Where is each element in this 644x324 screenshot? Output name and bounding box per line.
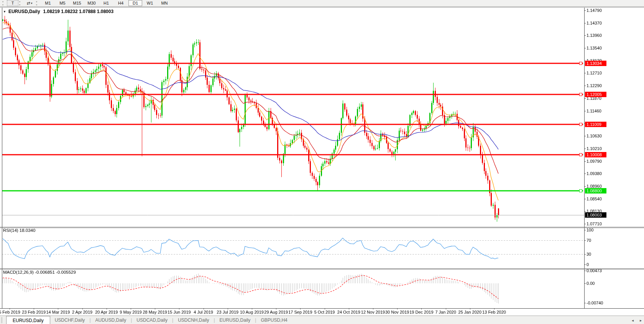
date-axis-label: 13 Feb 2020 bbox=[479, 310, 509, 314]
chevron-down-icon: ▾ bbox=[31, 2, 33, 5]
toolbar-grip bbox=[2, 1, 5, 5]
rsi-axis-tick: 0 bbox=[586, 262, 589, 267]
price-line-label-1.12005[interactable]: 1.12005 bbox=[585, 92, 606, 97]
price-axis-tick: 1.10210 bbox=[586, 146, 602, 151]
macd-axis-tick: -0.00740 bbox=[586, 301, 603, 305]
tab-scroll-left-icon[interactable]: ◂ bbox=[632, 318, 634, 322]
price-chart-canvas[interactable] bbox=[0, 7, 644, 316]
price-axis-tick: 1.12290 bbox=[586, 83, 602, 88]
price-axis-tick: 1.13960 bbox=[586, 33, 602, 38]
chart-title: ▼EURUSD,Daily1.08219 1.08232 1.07888 1.0… bbox=[3, 9, 113, 14]
timeframe-button-M1[interactable]: M1 bbox=[41, 0, 55, 6]
tab-audusd-daily-2[interactable]: AUDUSD,Daily bbox=[91, 316, 131, 324]
tab-usdchf-daily-1[interactable]: USDCHF,Daily bbox=[50, 316, 90, 324]
rsi-axis-tick: 70 bbox=[586, 238, 591, 243]
tabbar-grip bbox=[1, 317, 4, 323]
collapse-chart-icon[interactable]: ▼ bbox=[3, 10, 6, 13]
price-line-label-1.10008[interactable]: 1.10008 bbox=[585, 152, 606, 157]
timeframe-button-H1[interactable]: H1 bbox=[99, 0, 113, 6]
price-axis-tick: 1.09380 bbox=[586, 171, 602, 176]
price-axis-tick: 1.08540 bbox=[586, 197, 602, 201]
price-axis-tick: 1.08960 bbox=[586, 184, 602, 188]
tab-usdcad-daily-3[interactable]: USDCAD,Daily bbox=[132, 316, 172, 324]
rsi-axis-tick: 30 bbox=[586, 252, 591, 256]
rsi-axis-tick: 100 bbox=[586, 228, 593, 232]
tab-scroll-right-icon[interactable]: ▸ bbox=[640, 318, 642, 322]
tab-eurusd-daily-5[interactable]: EURUSD,Daily bbox=[215, 316, 255, 324]
price-axis-tick: 1.11460 bbox=[586, 109, 601, 113]
chart-window: ▼EURUSD,Daily1.08219 1.08232 1.07888 1.0… bbox=[0, 7, 644, 316]
tab-scroll-arrows: ◂ ▸ bbox=[632, 316, 642, 324]
timeframe-button-D1[interactable]: D1 bbox=[128, 0, 142, 6]
timeframe-button-H4[interactable]: H4 bbox=[114, 0, 128, 6]
toolbar-grip bbox=[36, 1, 39, 5]
timeframe-button-W1[interactable]: W1 bbox=[143, 0, 157, 6]
tab-gbpusd-h4-6[interactable]: GBPUSD,H4 bbox=[256, 316, 292, 324]
toolbar-grip bbox=[19, 1, 22, 5]
price-axis-tick: 1.09790 bbox=[586, 159, 602, 164]
tab-list: EURUSD,DailyUSDCHF,Daily|AUDUSD,Daily|US… bbox=[6, 316, 292, 324]
timeframe-button-M15[interactable]: M15 bbox=[70, 0, 84, 6]
timeframe-button-M30[interactable]: M30 bbox=[85, 0, 99, 6]
tab-eurusd-daily-0[interactable]: EURUSD,Daily bbox=[6, 316, 50, 324]
macd-axis-tick: 0.00473 bbox=[586, 268, 602, 273]
trading-app: T ⇄ ▾ M1M5M15M30H1H4D1W1MN ▼EURUSD,Daily… bbox=[0, 0, 644, 324]
macd-axis-tick: 0.00 bbox=[586, 281, 595, 286]
chart-tab-bar: EURUSD,DailyUSDCHF,Daily|AUDUSD,Daily|US… bbox=[0, 316, 644, 324]
toolbar: T ⇄ ▾ M1M5M15M30H1H4D1W1MN bbox=[0, 0, 644, 7]
text-tool-button[interactable]: T bbox=[7, 0, 18, 6]
price-axis-tick: 1.13540 bbox=[586, 46, 602, 50]
price-axis-tick: 1.14790 bbox=[586, 8, 602, 13]
chart-symbol-label: EURUSD,Daily bbox=[8, 9, 40, 14]
swap-arrows-icon: ⇄ bbox=[26, 1, 30, 6]
timeframe-button-MN[interactable]: MN bbox=[158, 0, 171, 6]
price-axis-tick: 1.10630 bbox=[586, 134, 602, 138]
price-line-label-1.13034[interactable]: 1.13034 bbox=[585, 61, 606, 66]
tab-usdcnh-daily-4[interactable]: USDCNH,Daily bbox=[173, 316, 214, 324]
price-line-label-1.08800[interactable]: 1.08800 bbox=[585, 188, 606, 193]
current-price-label: 1.08003 bbox=[585, 212, 606, 218]
chart-ohlc-values: 1.08219 1.08232 1.07888 1.08003 bbox=[43, 9, 114, 14]
price-axis-tick: 1.12710 bbox=[586, 71, 602, 75]
macd-indicator-label: MACD(12,26,9) -0.006851 -0.005529 bbox=[3, 270, 76, 274]
price-axis-tick: 1.07710 bbox=[586, 222, 602, 226]
price-axis-tick: 1.14370 bbox=[586, 21, 602, 25]
timeframe-button-group: M1M5M15M30H1H4D1W1MN bbox=[41, 0, 172, 6]
cursor-mode-button[interactable]: ⇄ ▾ bbox=[24, 0, 35, 6]
rsi-indicator-label: RSI(14) 18.0340 bbox=[3, 228, 35, 233]
price-line-label-1.11009[interactable]: 1.11009 bbox=[585, 122, 606, 127]
timeframe-button-M5[interactable]: M5 bbox=[56, 0, 69, 6]
